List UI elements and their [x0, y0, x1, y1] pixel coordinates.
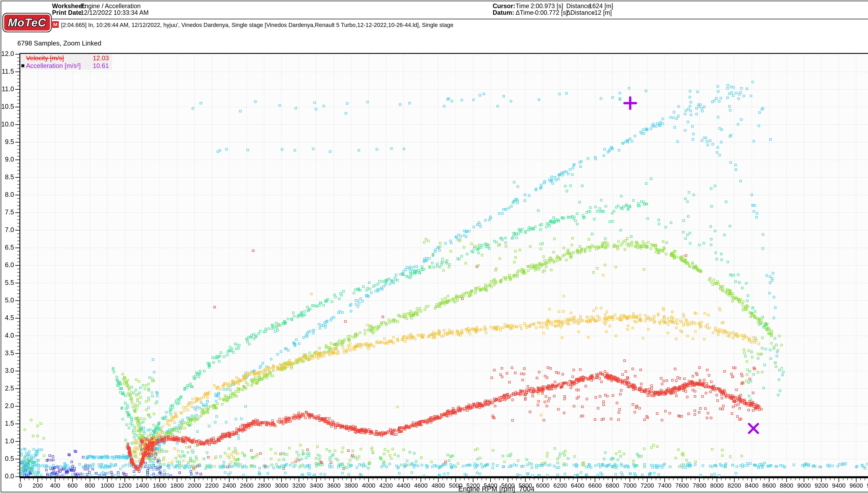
- datum-distance-label: ΔDistance: [566, 9, 595, 16]
- velocity-channel-value: 12.03: [93, 55, 109, 62]
- datum-distance-value: -12 [m]: [592, 9, 612, 16]
- cursor-label: Cursor:: [493, 2, 515, 10]
- motec-logo-text: MoTeC: [8, 16, 46, 29]
- datum-label: Datum:: [493, 9, 514, 16]
- velocity-channel-label[interactable]: Velocity [m/s]: [26, 55, 64, 62]
- page-frame: [1, 1, 868, 492]
- log-file-icon: M: [52, 21, 59, 28]
- header-separator: [52, 19, 868, 19]
- print-date-label: Print Date:: [52, 9, 84, 16]
- datum-time-label: ΔTime: [516, 9, 533, 16]
- active-channel-marker-icon: [21, 64, 24, 67]
- x-axis-cursor-value: 7004: [519, 485, 534, 493]
- x-axis-title: Engine RPM [rpm]: [458, 485, 515, 493]
- acceleration-channel-value: 10.61: [93, 62, 109, 69]
- motec-logo: MoTeC: [2, 13, 52, 32]
- cursor-distance-value: 1624 [m]: [589, 2, 613, 10]
- cursor-distance-label: Distance: [566, 2, 591, 10]
- acceleration-channel-label[interactable]: Accelleration [m/s²]: [26, 62, 81, 69]
- cursor-time-value: 2:00.973 [s]: [530, 2, 563, 10]
- channel-row-velocity[interactable]: Velocity [m/s] 12.03: [20, 54, 112, 62]
- samples-status-line: 6798 Samples, Zoom Linked: [17, 40, 101, 47]
- channel-row-acceleration[interactable]: Accelleration [m/s²] 10.61: [20, 62, 112, 69]
- log-file-description: [2:04.665] In, 10:26:44 AM, 12/12/2022, …: [61, 22, 453, 28]
- print-date-value: 12/12/2022 10:33:34 AM: [81, 9, 149, 16]
- worksheet-value: Engine / Accelleration: [81, 2, 141, 10]
- cursor-time-label: Time: [516, 2, 529, 10]
- datum-time-value: -0:00.772 [s]: [533, 9, 568, 16]
